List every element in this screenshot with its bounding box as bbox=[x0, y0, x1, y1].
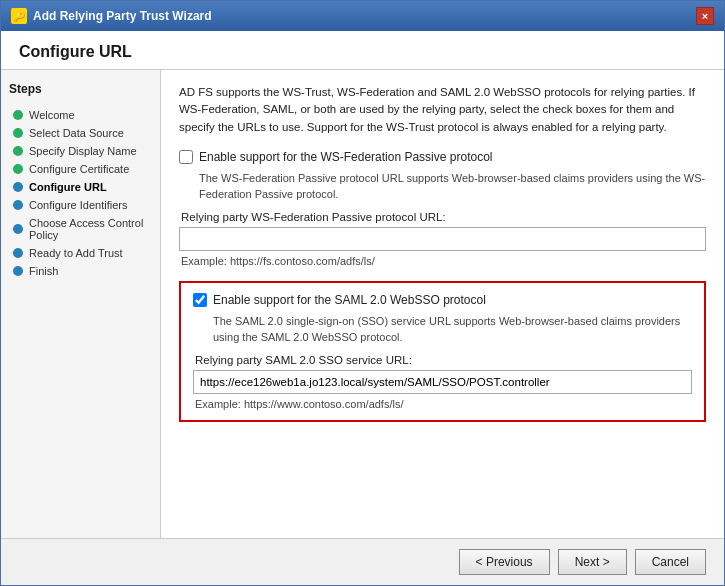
title-bar-left: 🔑 Add Relying Party Trust Wizard bbox=[11, 8, 212, 24]
ws-federation-checkbox[interactable] bbox=[179, 150, 193, 164]
saml-checkbox[interactable] bbox=[193, 293, 207, 307]
dot-icon-ready bbox=[13, 248, 23, 258]
close-button[interactable]: × bbox=[696, 7, 714, 25]
ws-federation-checkbox-label[interactable]: Enable support for the WS-Federation Pas… bbox=[199, 150, 492, 164]
sidebar-label-select-data: Select Data Source bbox=[29, 127, 124, 139]
ws-federation-field-label: Relying party WS-Federation Passive prot… bbox=[181, 211, 706, 223]
content-area: Steps Welcome Select Data Source Specify… bbox=[1, 70, 724, 538]
sidebar-heading: Steps bbox=[9, 82, 152, 96]
main-content-area: AD FS supports the WS-Trust, WS-Federati… bbox=[161, 70, 724, 538]
dot-icon-select-data bbox=[13, 128, 23, 138]
sidebar-item-configure-certificate[interactable]: Configure Certificate bbox=[9, 160, 152, 178]
wizard-icon: 🔑 bbox=[11, 8, 27, 24]
dot-icon-welcome bbox=[13, 110, 23, 120]
sidebar-item-welcome[interactable]: Welcome bbox=[9, 106, 152, 124]
ws-federation-sub-text: The WS-Federation Passive protocol URL s… bbox=[199, 170, 706, 203]
saml-checkbox-row: Enable support for the SAML 2.0 WebSSO p… bbox=[193, 293, 692, 307]
ws-federation-checkbox-row: Enable support for the WS-Federation Pas… bbox=[179, 150, 706, 164]
sidebar-label-identifiers: Configure Identifiers bbox=[29, 199, 127, 211]
saml-url-input[interactable] bbox=[193, 370, 692, 394]
sidebar-item-choose-access-control[interactable]: Choose Access Control Policy bbox=[9, 214, 152, 244]
footer: < Previous Next > Cancel bbox=[1, 538, 724, 585]
window-title: Add Relying Party Trust Wizard bbox=[33, 9, 212, 23]
dot-icon-display-name bbox=[13, 146, 23, 156]
saml-section: Enable support for the SAML 2.0 WebSSO p… bbox=[179, 281, 706, 422]
saml-example: Example: https://www.contoso.com/adfs/ls… bbox=[195, 398, 692, 410]
sidebar-item-configure-url[interactable]: Configure URL bbox=[9, 178, 152, 196]
dot-icon-identifiers bbox=[13, 200, 23, 210]
dot-icon-access-control bbox=[13, 224, 23, 234]
next-button[interactable]: Next > bbox=[558, 549, 627, 575]
sidebar-item-ready-to-add[interactable]: Ready to Add Trust bbox=[9, 244, 152, 262]
description-text: AD FS supports the WS-Trust, WS-Federati… bbox=[179, 84, 706, 136]
sidebar: Steps Welcome Select Data Source Specify… bbox=[1, 70, 161, 538]
sidebar-item-finish[interactable]: Finish bbox=[9, 262, 152, 280]
ws-federation-input-wrapper bbox=[179, 227, 706, 251]
sidebar-label-ready: Ready to Add Trust bbox=[29, 247, 123, 259]
sidebar-item-select-data-source[interactable]: Select Data Source bbox=[9, 124, 152, 142]
ws-federation-url-input[interactable] bbox=[179, 227, 706, 251]
ws-federation-section: Enable support for the WS-Federation Pas… bbox=[179, 150, 706, 267]
previous-button[interactable]: < Previous bbox=[459, 549, 550, 575]
page-title: Configure URL bbox=[19, 43, 706, 61]
saml-sub-text: The SAML 2.0 single-sign-on (SSO) servic… bbox=[213, 313, 692, 346]
sidebar-label-access-control: Choose Access Control Policy bbox=[29, 217, 148, 241]
title-bar: 🔑 Add Relying Party Trust Wizard × bbox=[1, 1, 724, 31]
saml-checkbox-label[interactable]: Enable support for the SAML 2.0 WebSSO p… bbox=[213, 293, 486, 307]
dot-icon-url bbox=[13, 182, 23, 192]
sidebar-label-certificate: Configure Certificate bbox=[29, 163, 129, 175]
sidebar-item-specify-display-name[interactable]: Specify Display Name bbox=[9, 142, 152, 160]
sidebar-label-welcome: Welcome bbox=[29, 109, 75, 121]
sidebar-label-display-name: Specify Display Name bbox=[29, 145, 137, 157]
saml-input-wrapper bbox=[193, 370, 692, 394]
ws-federation-example: Example: https://fs.contoso.com/adfs/ls/ bbox=[181, 255, 706, 267]
cancel-button[interactable]: Cancel bbox=[635, 549, 706, 575]
saml-field-label: Relying party SAML 2.0 SSO service URL: bbox=[195, 354, 692, 366]
page-header: Configure URL bbox=[1, 31, 724, 70]
sidebar-label-finish: Finish bbox=[29, 265, 58, 277]
dot-icon-certificate bbox=[13, 164, 23, 174]
sidebar-item-configure-identifiers[interactable]: Configure Identifiers bbox=[9, 196, 152, 214]
dot-icon-finish bbox=[13, 266, 23, 276]
main-window: 🔑 Add Relying Party Trust Wizard × Confi… bbox=[0, 0, 725, 586]
sidebar-label-url: Configure URL bbox=[29, 181, 107, 193]
